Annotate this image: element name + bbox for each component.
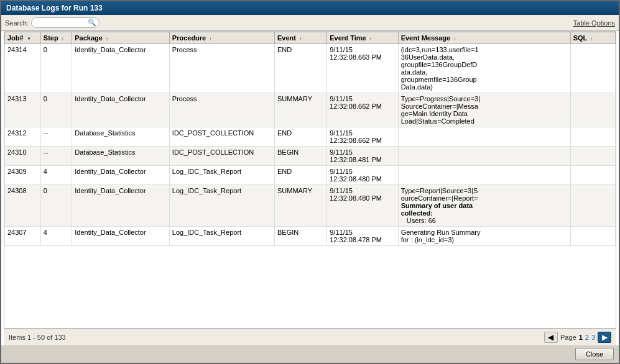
cell-sql: [570, 147, 615, 166]
cell-job: 24313: [5, 93, 41, 127]
prev-page-button[interactable]: ◀: [544, 332, 558, 343]
col-header-package[interactable]: Package ↕: [72, 32, 170, 44]
page-1[interactable]: 1: [579, 334, 583, 341]
cell-procedure: Process: [169, 44, 274, 93]
cell-event-message: [398, 166, 570, 185]
cell-event-message: [398, 127, 570, 147]
table-row: 24307 4 Identity_Data_Collector Log_IDC_…: [5, 227, 616, 246]
cell-job: 24310: [5, 147, 41, 166]
col-header-event-message[interactable]: Event Message ↕: [398, 32, 570, 44]
table-row: 24313 0 Identity_Data_Collector Process …: [5, 93, 616, 127]
cell-event-time: 9/11/1512:32:08.481 PM: [327, 147, 398, 166]
cell-sql: [570, 127, 615, 147]
data-table: Job# ▼ Step ↕ Package ↕ Procedure ↕ Even…: [4, 32, 616, 246]
title-bar: Database Logs for Run 133: [1, 1, 619, 15]
table-row: 24314 0 Identity_Data_Collector Process …: [5, 44, 616, 93]
cell-procedure: IDC_POST_COLLECTION: [169, 147, 274, 166]
cell-step: 0: [40, 44, 72, 93]
cell-event: END: [274, 44, 326, 93]
table-options-button[interactable]: Table Options: [573, 19, 615, 27]
cell-event-time: 9/11/1512:32:08.478 PM: [327, 227, 398, 246]
cell-event: SUMMARY: [274, 185, 326, 227]
cell-job: 24309: [5, 166, 41, 185]
cell-job: 24312: [5, 127, 41, 147]
cell-procedure: Log_IDC_Task_Report: [169, 185, 274, 227]
cell-event-message: Type=Report|Source=3|SourceContainer=|Re…: [398, 185, 570, 227]
cell-event-time: 9/11/1512:32:08.480 PM: [327, 185, 398, 227]
table-scroll[interactable]: Job# ▼ Step ↕ Package ↕ Procedure ↕ Even…: [4, 32, 616, 328]
cell-step: --: [40, 127, 72, 147]
cell-event-time: 9/11/1512:32:08.663 PM: [327, 44, 398, 93]
cell-step: 0: [40, 185, 72, 227]
cell-package: Database_Statistics: [72, 127, 170, 147]
cell-sql: [570, 93, 615, 127]
cell-event-time: 9/11/1512:32:08.480 PM: [327, 166, 398, 185]
col-header-procedure[interactable]: Procedure ↕: [169, 32, 274, 44]
cell-event-message: [398, 147, 570, 166]
main-window: Database Logs for Run 133 Search: 🔍 Tabl…: [0, 0, 620, 364]
col-header-event[interactable]: Event ↕: [274, 32, 326, 44]
cell-job: 24308: [5, 185, 41, 227]
cell-procedure: Process: [169, 93, 274, 127]
items-label: Items 1 - 50 of 133: [9, 334, 66, 341]
cell-event-message: (idc=3,run=133,userfile=136UserData.data…: [398, 44, 570, 93]
footer-bar: Items 1 - 50 of 133 ◀ Page 1 2 3 ▶: [4, 329, 616, 345]
cell-event: BEGIN: [274, 227, 326, 246]
next-page-button[interactable]: ▶: [598, 332, 611, 343]
search-box: 🔍: [31, 17, 99, 28]
search-label: Search:: [5, 19, 29, 27]
bottom-bar: Close: [1, 345, 619, 363]
cell-package: Identity_Data_Collector: [72, 227, 170, 246]
cell-event-message: Generating Run Summaryfor : (in_idc_id=3…: [398, 227, 570, 246]
page-label: Page: [560, 334, 576, 341]
table-row: 24312 -- Database_Statistics IDC_POST_CO…: [5, 127, 616, 147]
cell-sql: [570, 185, 615, 227]
col-header-sql[interactable]: SQL ↕: [570, 32, 615, 44]
cell-step: --: [40, 147, 72, 166]
col-header-job[interactable]: Job# ▼: [5, 32, 41, 44]
close-button[interactable]: Close: [575, 348, 614, 360]
table-wrapper: Job# ▼ Step ↕ Package ↕ Procedure ↕ Even…: [4, 31, 616, 329]
search-input[interactable]: [35, 19, 85, 27]
cell-sql: [570, 44, 615, 93]
search-area: Search: 🔍: [5, 17, 99, 28]
col-header-event-time[interactable]: Event Time ↕: [327, 32, 398, 44]
cell-event: SUMMARY: [274, 93, 326, 127]
cell-sql: [570, 227, 615, 246]
cell-event: END: [274, 166, 326, 185]
cell-step: 4: [40, 166, 72, 185]
cell-procedure: Log_IDC_Task_Report: [169, 227, 274, 246]
cell-package: Identity_Data_Collector: [72, 166, 170, 185]
cell-package: Database_Statistics: [72, 147, 170, 166]
pagination: ◀ Page 1 2 3 ▶: [544, 332, 611, 343]
cell-event: BEGIN: [274, 147, 326, 166]
page-2[interactable]: 2: [585, 334, 589, 341]
cell-package: Identity_Data_Collector: [72, 185, 170, 227]
cell-job: 24307: [5, 227, 41, 246]
search-icon: 🔍: [88, 19, 96, 27]
page-3[interactable]: 3: [591, 334, 595, 341]
content-area: Job# ▼ Step ↕ Package ↕ Procedure ↕ Even…: [1, 31, 619, 345]
table-row: 24309 4 Identity_Data_Collector Log_IDC_…: [5, 166, 616, 185]
table-row: 24310 -- Database_Statistics IDC_POST_CO…: [5, 147, 616, 166]
cell-event: END: [274, 127, 326, 147]
cell-step: 0: [40, 93, 72, 127]
toolbar: Search: 🔍 Table Options: [1, 15, 619, 31]
cell-event-message: Type=Progress|Source=3|SourceContainer=|…: [398, 93, 570, 127]
cell-package: Identity_Data_Collector: [72, 44, 170, 93]
cell-event-time: 9/11/1512:32:08.662 PM: [327, 127, 398, 147]
cell-event-time: 9/11/1512:32:08.662 PM: [327, 93, 398, 127]
cell-step: 4: [40, 227, 72, 246]
cell-job: 24314: [5, 44, 41, 93]
col-header-step[interactable]: Step ↕: [40, 32, 72, 44]
table-row: 24308 0 Identity_Data_Collector Log_IDC_…: [5, 185, 616, 227]
window-title: Database Logs for Run 133: [6, 4, 103, 12]
cell-procedure: Log_IDC_Task_Report: [169, 166, 274, 185]
cell-package: Identity_Data_Collector: [72, 93, 170, 127]
cell-sql: [570, 166, 615, 185]
cell-procedure: IDC_POST_COLLECTION: [169, 127, 274, 147]
